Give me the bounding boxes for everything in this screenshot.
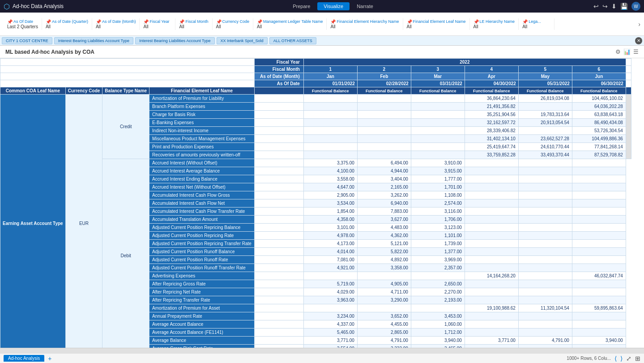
data-cell bbox=[411, 143, 465, 151]
col-header-fe-leaf: Financial Element Leaf Name bbox=[149, 87, 255, 95]
balance-col-6: Functional Balance bbox=[572, 87, 626, 95]
fe-label: Accumulated Interest Cash Flow Net bbox=[149, 199, 255, 207]
data-cell: 2,650.00 bbox=[411, 280, 465, 288]
data-cell bbox=[518, 320, 572, 328]
filter-expand-button[interactable]: › bbox=[638, 21, 640, 28]
data-cell bbox=[572, 312, 626, 320]
settings-icon[interactable]: ⚙ bbox=[615, 48, 621, 55]
data-cell: 87,529,708.82 bbox=[572, 151, 626, 159]
data-cell: 14,164,268.20 bbox=[465, 272, 518, 280]
data-cell: 5,465.00 bbox=[303, 328, 357, 337]
data-cell: 104,499,886.36 bbox=[572, 135, 626, 143]
data-cell: 3,290.00 bbox=[357, 296, 411, 304]
nav-prepare[interactable]: Prepare bbox=[286, 2, 316, 10]
back-icon[interactable]: ↩ bbox=[593, 3, 599, 10]
data-cell bbox=[518, 207, 572, 216]
menu-icon[interactable]: ☰ bbox=[633, 48, 639, 55]
data-cell: 59,895,863.64 bbox=[572, 304, 626, 312]
data-table: Fiscal Year 2022 Fiscal Month 1 2 3 4 5 … bbox=[0, 58, 631, 348]
nav-visualize[interactable]: Visualize bbox=[317, 2, 350, 10]
row-count: 1000+ Rows, 6 Colu... bbox=[567, 356, 611, 361]
col-header-coa: Common COA Leaf Name bbox=[0, 87, 66, 95]
data-cell: 7,883.00 bbox=[357, 207, 411, 216]
data-cell bbox=[411, 272, 465, 280]
avatar[interactable]: W bbox=[631, 2, 640, 11]
data-cell bbox=[465, 345, 518, 348]
data-cell bbox=[518, 248, 572, 256]
breadcrumb-2[interactable]: Interest Bearing Liabilities Account Typ… bbox=[135, 37, 214, 44]
data-cell: 3,453.00 bbox=[411, 312, 465, 320]
forward-icon[interactable]: ↪ bbox=[602, 3, 608, 10]
data-cell: 4,905.00 bbox=[357, 280, 411, 288]
fe-label: Recoveries of amounts previously written… bbox=[149, 151, 255, 159]
nav-narrate[interactable]: Narrate bbox=[350, 2, 380, 10]
filter-mgmt-ledger[interactable]: 📌 Management Ledger Table Name All bbox=[253, 18, 327, 30]
data-cell bbox=[303, 127, 357, 135]
breadcrumb-1[interactable]: Interest Bearing Liabilities Account Typ… bbox=[54, 37, 133, 44]
data-cell: 5,822.00 bbox=[357, 248, 411, 256]
aod-4: 04/30/2022 bbox=[465, 80, 518, 87]
fiscal-year-value: 2022 bbox=[303, 59, 626, 66]
horizontal-scrollbar[interactable] bbox=[0, 348, 644, 353]
data-cell bbox=[572, 183, 626, 191]
filter-fiscal-month[interactable]: 📌 Fiscal Month All bbox=[175, 18, 212, 30]
filter-fe-hierarchy[interactable]: 📌 Financial Element Hierarchy Name All bbox=[327, 18, 403, 30]
filter-fiscal-year[interactable]: 📌 Fiscal Year All bbox=[140, 18, 175, 30]
data-cell bbox=[518, 264, 572, 272]
data-cell bbox=[411, 151, 465, 159]
filter-fe-leaf[interactable]: 📌 Financial Element Leaf Name All bbox=[403, 18, 470, 30]
data-cell bbox=[572, 288, 626, 296]
data-cell: 3,358.00 bbox=[357, 264, 411, 272]
data-cell: 4,944.00 bbox=[357, 167, 411, 175]
fe-label: Adjusted Current Position Runoff Rate bbox=[149, 256, 255, 264]
filter-lega[interactable]: 📌 Lega... All bbox=[519, 18, 554, 30]
table-view-icon[interactable]: ⊞ bbox=[635, 355, 640, 362]
add-tab-button[interactable]: + bbox=[48, 355, 51, 362]
breadcrumb-4[interactable]: ALL OTHER ASSETS bbox=[269, 37, 316, 44]
data-cell: 3,262.00 bbox=[357, 191, 411, 199]
data-cell: 2,270.00 bbox=[411, 288, 465, 296]
data-table-container[interactable]: Fiscal Year 2022 Fiscal Month 1 2 3 4 5 … bbox=[0, 58, 644, 348]
app-title: Ad-hoc Data Analysis bbox=[13, 3, 64, 9]
fe-label: After Repricing Net Rate bbox=[149, 288, 255, 296]
data-cell bbox=[572, 191, 626, 199]
breadcrumb-3[interactable]: XX Interbank Spot_Sold bbox=[217, 37, 268, 44]
expand-icon[interactable]: ⤢ bbox=[626, 355, 631, 362]
prev-page-icon[interactable]: ⟨ bbox=[614, 355, 617, 362]
col-header-balance-type: Balance Type Name bbox=[102, 87, 149, 95]
adm-4: Apr bbox=[465, 73, 518, 80]
filter-le-hierarchy[interactable]: 📌 LE Hierarchy Name All bbox=[470, 18, 519, 30]
data-cell: 6,494.00 bbox=[357, 159, 411, 167]
next-page-icon[interactable]: ⟩ bbox=[620, 355, 623, 362]
aod-5: 05/31/2022 bbox=[518, 80, 572, 87]
filter-currency-code[interactable]: 📌 Currency Code All bbox=[213, 18, 254, 30]
data-cell bbox=[357, 272, 411, 280]
data-cell bbox=[572, 248, 626, 256]
data-cell bbox=[518, 199, 572, 207]
chart-icon[interactable]: 📊 bbox=[623, 48, 631, 55]
data-cell bbox=[518, 280, 572, 288]
status-tab[interactable]: Ad-hoc Analysis bbox=[4, 355, 44, 362]
data-cell bbox=[357, 143, 411, 151]
data-cell bbox=[303, 143, 357, 151]
data-cell: 4,455.00 bbox=[357, 320, 411, 328]
data-cell: 3,963.00 bbox=[303, 296, 357, 304]
dim-coa: Earning Asset Account Type bbox=[0, 95, 66, 348]
breadcrumb-0[interactable]: CITY 1 COST CENTRE bbox=[2, 37, 52, 44]
data-cell: 24,610,770.44 bbox=[518, 143, 572, 151]
fe-label: Adjusted Current Position Repricing Rate bbox=[149, 232, 255, 240]
save-icon[interactable]: 💾 bbox=[620, 3, 628, 10]
filter-as-of-date[interactable]: 📌 As Of Date Last 2 Quarters bbox=[4, 18, 42, 30]
data-cell: 3,940.00 bbox=[411, 337, 465, 345]
adm-2: Feb bbox=[357, 73, 411, 80]
filter-as-of-date-month[interactable]: 📌 As of Date (Month) All bbox=[92, 18, 140, 30]
fe-label: Accrued Interest Average Balance bbox=[149, 167, 255, 175]
download-icon[interactable]: ⬇ bbox=[611, 3, 617, 10]
data-cell bbox=[572, 296, 626, 304]
data-cell: 3,404.00 bbox=[357, 175, 411, 183]
fm-4: 4 bbox=[465, 66, 518, 73]
data-cell bbox=[518, 232, 572, 240]
close-breadcrumb[interactable]: ✕ bbox=[635, 37, 642, 44]
filter-as-of-date-quarter[interactable]: 📌 As of Date (Quarter) All bbox=[42, 18, 92, 30]
data-cell bbox=[572, 345, 626, 348]
